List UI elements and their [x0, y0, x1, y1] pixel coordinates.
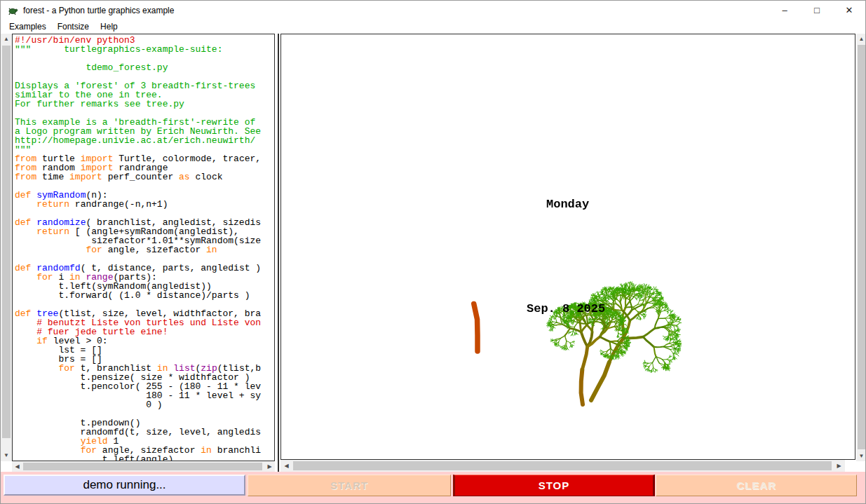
button-bar: demo running... START STOP CLEAR [1, 472, 865, 503]
code-line: """ turtlegraphics-example-suite: [15, 45, 274, 54]
code-line: tdemo_forest.py [15, 63, 274, 72]
titlebar: forest - a Python turtle graphics exampl… [1, 1, 865, 20]
code-line: 0 ) [15, 400, 274, 409]
code-vscrollbar-thumb[interactable] [2, 46, 11, 438]
canvas-hscrollbar[interactable]: ◀ ▶ [280, 460, 845, 472]
code-line: lst = [] [15, 346, 274, 355]
code-line [15, 254, 274, 264]
minimize-button[interactable]: – [769, 1, 801, 20]
code-line: for i in range(parts): [15, 273, 274, 282]
code-line: """ [15, 145, 274, 154]
code-line: for angle, sizefactor in branchli [15, 446, 274, 455]
code-line: a Logo program written by Erich Neuwirth… [15, 127, 274, 136]
code-line [15, 109, 274, 118]
code-line: t.pendown() [15, 418, 274, 428]
code-line [15, 409, 274, 418]
code-line: t.forward( (1.0 * distance)/parts ) [15, 291, 274, 300]
close-button[interactable]: ✕ [833, 1, 865, 20]
code-line: if level > 0: [15, 336, 274, 346]
code-line: return randrange(-n,n+1) [15, 200, 274, 209]
canvas-vscrollbar-thumb[interactable] [858, 45, 865, 449]
code-line: For further remarks see tree.py [15, 100, 274, 109]
scroll-left-icon[interactable]: ◀ [12, 461, 22, 472]
scroll-left-icon[interactable]: ◀ [280, 460, 292, 472]
code-line: from turtle import Turtle, colormode, tr… [15, 154, 274, 163]
code-line: def symRandom(n): [15, 191, 274, 200]
scroll-down-icon[interactable]: ▼ [856, 451, 866, 461]
start-button[interactable]: START [248, 475, 451, 496]
code-line: http://homepage.univie.ac.at/erich.neuwi… [15, 136, 274, 145]
code-line: t.pencolor( 255 - (180 - 11 * lev [15, 382, 274, 391]
menubar: Examples Fontsize Help [1, 20, 865, 34]
code-line: 180 - 11 * level + sy [15, 391, 274, 400]
scroll-down-icon[interactable]: ▼ [1, 450, 12, 461]
app-window: forest - a Python turtle graphics exampl… [0, 0, 866, 504]
code-line [15, 72, 274, 81]
code-line: for t, branchlist in list(zip(tlist,b [15, 364, 274, 373]
canvas-vscrollbar[interactable]: ▲ ▼ [856, 34, 866, 461]
code-line: return [ (angle+symRandom(angledist), [15, 227, 274, 236]
code-line: from random import randrange [15, 163, 274, 172]
code-line: def tree(tlist, size, level, widthfactor… [15, 309, 274, 318]
code-line: for angle, sizefactor in [15, 245, 274, 254]
window-title: forest - a Python turtle graphics exampl… [23, 6, 174, 15]
code-line [15, 54, 274, 63]
code-line: #!/usr/bin/env python3 [15, 36, 274, 45]
status-label: demo running... [4, 475, 245, 496]
turtle-icon [7, 5, 18, 16]
code-hscrollbar-thumb[interactable] [23, 463, 262, 470]
code-line: from time import perf_counter as clock [15, 172, 274, 182]
maximize-button[interactable]: □ [801, 1, 833, 20]
menu-examples[interactable]: Examples [4, 20, 52, 33]
menu-help[interactable]: Help [95, 20, 123, 33]
code-vscrollbar[interactable]: ▲ ▼ [1, 34, 12, 461]
turtle-canvas [281, 34, 855, 459]
code-line: t.pensize( size * widthfactor ) [15, 373, 274, 382]
code-line: # fuer jede turtle eine! [15, 327, 274, 336]
code-hscrollbar[interactable]: ◀ ▶ [12, 461, 275, 472]
code-line: t.left(symRandom(angledist)) [15, 282, 274, 291]
pane-sash[interactable] [278, 34, 279, 472]
scroll-right-icon[interactable]: ▶ [264, 461, 275, 472]
code-line [15, 182, 274, 191]
code-line: Displays a 'forest' of 3 breadth-first-t… [15, 81, 274, 90]
code-line: sizefactor*1.01**symRandom(size [15, 236, 274, 245]
code-line: t.left(angle) [15, 455, 274, 461]
scroll-up-icon[interactable]: ▲ [856, 34, 866, 44]
code-line: similar to the one in tree. [15, 90, 274, 100]
code-line: yield 1 [15, 437, 274, 446]
code-line: This example is a 'breadth-first'-rewrit… [15, 118, 274, 127]
code-line: randomfd(t, size, level, angledis [15, 428, 274, 437]
code-line [15, 209, 274, 218]
window-controls: – □ ✕ [769, 1, 865, 20]
code-line: def randomfd( t, distance, parts, angled… [15, 264, 274, 273]
code-line [15, 300, 274, 309]
canvas-hscrollbar-thumb[interactable] [293, 461, 832, 470]
menu-fontsize[interactable]: Fontsize [52, 20, 95, 33]
scroll-up-icon[interactable]: ▲ [1, 34, 12, 45]
canvas-pane [280, 34, 855, 460]
clear-button[interactable]: CLEAR [656, 475, 857, 496]
code-line: brs = [] [15, 355, 274, 364]
code-line: # benutzt Liste von turtles und Liste vo… [15, 318, 274, 327]
code-line: def randomize( branchlist, angledist, si… [15, 218, 274, 227]
stop-button[interactable]: STOP [453, 475, 655, 496]
code-editor[interactable]: #!/usr/bin/env python3""" turtlegraphics… [12, 34, 275, 461]
scroll-right-icon[interactable]: ▶ [833, 460, 845, 472]
